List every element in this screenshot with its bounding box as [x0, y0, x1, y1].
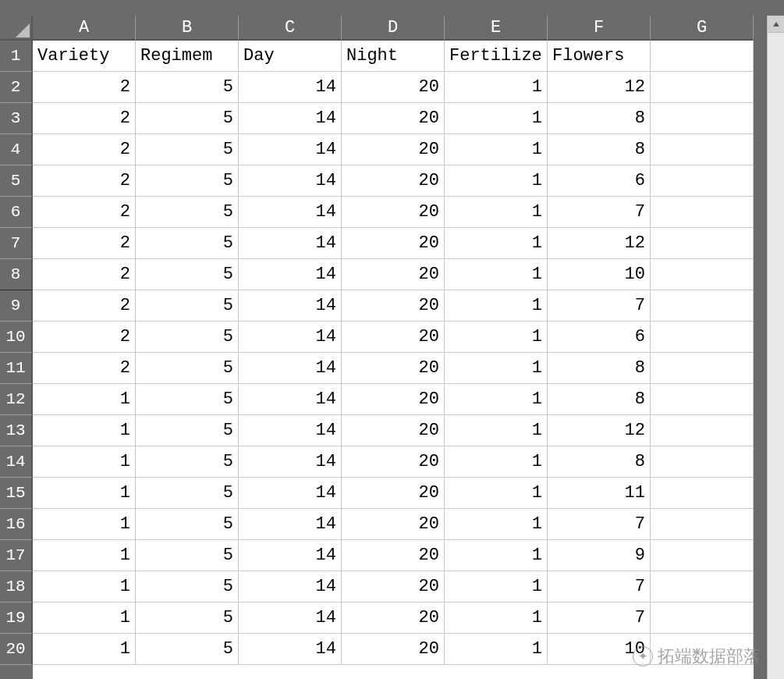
cell-B7[interactable]: 5 [136, 228, 239, 259]
cell-D18[interactable]: 20 [342, 571, 445, 603]
cell-D12[interactable]: 20 [342, 384, 445, 415]
column-header-G[interactable]: G [651, 16, 754, 41]
column-header-F[interactable]: F [548, 16, 651, 41]
cell-E16[interactable]: 1 [445, 509, 548, 540]
cell-C11[interactable]: 14 [239, 353, 342, 384]
column-header-E[interactable]: E [445, 16, 548, 41]
row-header-4[interactable]: 4 [0, 134, 33, 165]
cell-C19[interactable]: 14 [239, 603, 342, 634]
cell-E12[interactable]: 1 [445, 384, 548, 415]
cell-C5[interactable]: 14 [239, 165, 342, 197]
scroll-up-button[interactable] [768, 16, 784, 33]
cell-F14[interactable]: 8 [548, 446, 651, 478]
cell-D9[interactable]: 20 [342, 290, 445, 322]
cell-A3[interactable]: 2 [33, 103, 136, 134]
cell-C13[interactable]: 14 [239, 415, 342, 446]
cell-A7[interactable]: 2 [33, 228, 136, 259]
cells-area[interactable]: VarietyRegimemDayNightFertilizeFlowers25… [33, 41, 754, 679]
cell-E6[interactable]: 1 [445, 197, 548, 228]
cell-F20[interactable]: 10 [548, 634, 651, 665]
row-header-14[interactable]: 14 [0, 446, 33, 478]
scroll-track[interactable] [768, 33, 784, 679]
cell-C4[interactable]: 14 [239, 134, 342, 165]
cell-G19[interactable] [651, 603, 754, 634]
cell-A18[interactable]: 1 [33, 571, 136, 603]
cell-E1[interactable]: Fertilize [445, 41, 548, 72]
cell-E8[interactable]: 1 [445, 259, 548, 290]
cell-F15[interactable]: 11 [548, 478, 651, 509]
cell-E19[interactable]: 1 [445, 603, 548, 634]
cell-G9[interactable] [651, 290, 754, 322]
cell-B19[interactable]: 5 [136, 603, 239, 634]
cell-E17[interactable]: 1 [445, 540, 548, 571]
cell-D20[interactable]: 20 [342, 634, 445, 665]
cell-D4[interactable]: 20 [342, 134, 445, 165]
cell-F17[interactable]: 9 [548, 540, 651, 571]
cell-C17[interactable]: 14 [239, 540, 342, 571]
cell-G15[interactable] [651, 478, 754, 509]
cell-A2[interactable]: 2 [33, 72, 136, 103]
cell-C15[interactable]: 14 [239, 478, 342, 509]
cell-A4[interactable]: 2 [33, 134, 136, 165]
cell-G6[interactable] [651, 197, 754, 228]
cell-G5[interactable] [651, 165, 754, 197]
cell-G14[interactable] [651, 446, 754, 478]
cell-B15[interactable]: 5 [136, 478, 239, 509]
cell-G4[interactable] [651, 134, 754, 165]
cell-A10[interactable]: 2 [33, 322, 136, 353]
cell-A20[interactable]: 1 [33, 634, 136, 665]
cell-E2[interactable]: 1 [445, 72, 548, 103]
cell-D5[interactable]: 20 [342, 165, 445, 197]
cell-G12[interactable] [651, 384, 754, 415]
cell-C18[interactable]: 14 [239, 571, 342, 603]
cell-F10[interactable]: 6 [548, 322, 651, 353]
cell-F18[interactable]: 7 [548, 571, 651, 603]
cell-F11[interactable]: 8 [548, 353, 651, 384]
cell-E10[interactable]: 1 [445, 322, 548, 353]
row-header-11[interactable]: 11 [0, 353, 33, 384]
row-header-5[interactable]: 5 [0, 165, 33, 197]
row-header-3[interactable]: 3 [0, 103, 33, 134]
cell-C8[interactable]: 14 [239, 259, 342, 290]
column-header-D[interactable]: D [342, 16, 445, 41]
cell-B3[interactable]: 5 [136, 103, 239, 134]
cell-B8[interactable]: 5 [136, 259, 239, 290]
cell-D8[interactable]: 20 [342, 259, 445, 290]
cell-F6[interactable]: 7 [548, 197, 651, 228]
cell-G18[interactable] [651, 571, 754, 603]
cell-B14[interactable]: 5 [136, 446, 239, 478]
row-header-10[interactable]: 10 [0, 322, 33, 353]
cell-C1[interactable]: Day [239, 41, 342, 72]
cell-D11[interactable]: 20 [342, 353, 445, 384]
cell-G7[interactable] [651, 228, 754, 259]
cell-B20[interactable]: 5 [136, 634, 239, 665]
cell-E20[interactable]: 1 [445, 634, 548, 665]
cell-F19[interactable]: 7 [548, 603, 651, 634]
cell-G1[interactable] [651, 41, 754, 72]
cell-D1[interactable]: Night [342, 41, 445, 72]
row-header-1[interactable]: 1 [0, 41, 33, 72]
cell-G13[interactable] [651, 415, 754, 446]
cell-C9[interactable]: 14 [239, 290, 342, 322]
cell-A11[interactable]: 2 [33, 353, 136, 384]
cell-E3[interactable]: 1 [445, 103, 548, 134]
cell-F12[interactable]: 8 [548, 384, 651, 415]
cell-D15[interactable]: 20 [342, 478, 445, 509]
cell-F7[interactable]: 12 [548, 228, 651, 259]
row-header-2[interactable]: 2 [0, 72, 33, 103]
cell-B12[interactable]: 5 [136, 384, 239, 415]
cell-A6[interactable]: 2 [33, 197, 136, 228]
cell-F8[interactable]: 10 [548, 259, 651, 290]
cell-G16[interactable] [651, 509, 754, 540]
row-header-7[interactable]: 7 [0, 228, 33, 259]
cell-F16[interactable]: 7 [548, 509, 651, 540]
cell-B6[interactable]: 5 [136, 197, 239, 228]
cell-C2[interactable]: 14 [239, 72, 342, 103]
cell-A1[interactable]: Variety [33, 41, 136, 72]
row-header-19[interactable]: 19 [0, 603, 33, 634]
cell-E15[interactable]: 1 [445, 478, 548, 509]
cell-D2[interactable]: 20 [342, 72, 445, 103]
cell-D10[interactable]: 20 [342, 322, 445, 353]
cell-B10[interactable]: 5 [136, 322, 239, 353]
row-header-17[interactable]: 17 [0, 540, 33, 571]
